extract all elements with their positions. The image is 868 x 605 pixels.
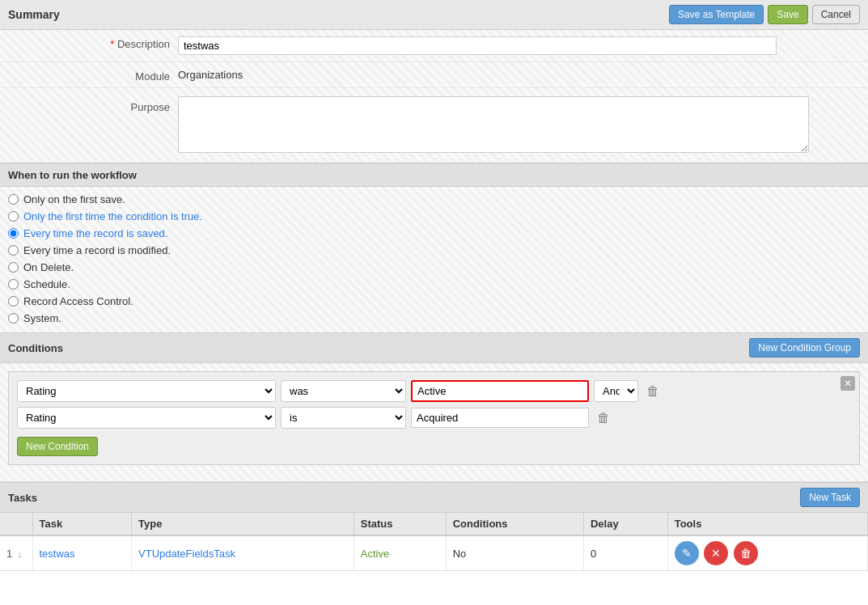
- radio-opt5[interactable]: [8, 262, 19, 273]
- condition-operator-select-2[interactable]: is was contains: [281, 407, 406, 429]
- task-number: 1: [6, 548, 12, 560]
- radio-item-6: Schedule.: [8, 278, 860, 290]
- when-section: When to run the workflow Only on the fir…: [0, 163, 868, 332]
- radio-opt1[interactable]: [8, 194, 19, 205]
- condition-group: ✕ Rating Name Status was is contains: [8, 371, 860, 465]
- tasks-header-row: Task Type Status Conditions Delay Tools: [0, 513, 868, 535]
- conditions-section: Conditions New Condition Group ✕ Rating …: [0, 332, 868, 482]
- radio-label-8: System.: [23, 312, 61, 324]
- purpose-row: Purpose: [0, 88, 868, 163]
- condition-logic-select-1[interactable]: And Or: [594, 380, 638, 402]
- task-status-cell: Active: [354, 535, 446, 571]
- radio-label-6: Schedule.: [23, 278, 70, 290]
- table-row: 1 ↓ testwas VTUpdateFieldsTask Active: [0, 535, 868, 571]
- cancel-button[interactable]: Cancel: [812, 5, 860, 24]
- col-type: Type: [132, 513, 354, 535]
- radio-item-2: Only the first time the condition is tru…: [8, 210, 860, 222]
- purpose-label: Purpose: [0, 93, 178, 113]
- conditions-body: ✕ Rating Name Status was is contains: [0, 363, 868, 482]
- delete-condition-button-1[interactable]: 🗑: [643, 383, 663, 400]
- col-status: Status: [354, 513, 446, 535]
- tasks-body: Task Type Status Conditions Delay Tools …: [0, 513, 868, 571]
- radio-label-1: Only on the first save.: [23, 193, 125, 205]
- radio-opt3[interactable]: [8, 228, 19, 239]
- condition-field-select-2[interactable]: Rating Name Status: [17, 407, 276, 429]
- module-value: Organizations: [178, 67, 868, 82]
- condition-value-input-2[interactable]: [411, 408, 589, 428]
- when-section-header: When to run the workflow: [0, 163, 868, 187]
- condition-operator-select-1[interactable]: was is contains: [281, 380, 406, 402]
- task-delay-cell: 0: [583, 535, 667, 571]
- save-template-button[interactable]: Save as Template: [669, 5, 764, 24]
- new-task-button[interactable]: New Task: [800, 488, 860, 507]
- save-button[interactable]: Save: [768, 5, 807, 24]
- radio-item-5: On Delete.: [8, 261, 860, 273]
- radio-label-7: Record Access Control.: [23, 295, 133, 307]
- module-row: Module Organizations: [0, 62, 868, 88]
- condition-field-select-1[interactable]: Rating Name Status: [17, 380, 276, 402]
- description-input[interactable]: [178, 36, 777, 55]
- radio-opt8[interactable]: [8, 313, 19, 324]
- tasks-table: Task Type Status Conditions Delay Tools …: [0, 513, 868, 571]
- sort-down-icon[interactable]: ↓: [18, 549, 23, 559]
- radio-item-4: Every time a record is modified.: [8, 244, 860, 256]
- header-actions: Save as Template Save Cancel: [669, 5, 860, 24]
- radio-label-5: On Delete.: [23, 261, 74, 273]
- new-condition-group-button[interactable]: New Condition Group: [749, 338, 860, 358]
- delete-condition-button-2[interactable]: 🗑: [594, 409, 613, 427]
- radio-label-3: Every time the record is saved.: [23, 227, 167, 239]
- condition-row-2: Rating Name Status is was contains 🗑: [17, 407, 851, 429]
- delete-task-button[interactable]: 🗑: [734, 541, 758, 565]
- description-value: [178, 35, 868, 57]
- description-row: * Description: [0, 30, 868, 62]
- description-label: * Description: [0, 35, 178, 50]
- col-delay: Delay: [583, 513, 667, 535]
- radio-opt2[interactable]: [8, 211, 19, 222]
- radio-item-3: Every time the record is saved.: [8, 227, 860, 239]
- remove-task-button[interactable]: ✕: [704, 541, 728, 565]
- summary-header: Summary Save as Template Save Cancel: [0, 0, 868, 30]
- radio-item-7: Record Access Control.: [8, 295, 860, 307]
- radio-label-4: Every time a record is modified.: [23, 244, 171, 256]
- task-type-link[interactable]: VTUpdateFieldsTask: [138, 548, 235, 560]
- radio-label-2: Only the first time the condition is tru…: [23, 210, 202, 222]
- when-radio-group: Only on the first save. Only the first t…: [0, 187, 868, 332]
- col-num: [0, 513, 32, 535]
- page-title: Summary: [8, 8, 60, 21]
- summary-form: * Description Module Organizations Purpo…: [0, 30, 868, 163]
- tasks-table-body: 1 ↓ testwas VTUpdateFieldsTask Active: [0, 535, 868, 571]
- condition-row-1: Rating Name Status was is contains And O…: [17, 380, 851, 402]
- task-name-cell: testwas: [32, 535, 132, 571]
- radio-opt7[interactable]: [8, 296, 19, 307]
- radio-opt4[interactable]: [8, 245, 19, 256]
- close-condition-group-button[interactable]: ✕: [840, 376, 855, 391]
- conditions-section-header: Conditions New Condition Group: [0, 332, 868, 363]
- new-condition-button[interactable]: New Condition: [17, 437, 98, 456]
- radio-item-8: System.: [8, 312, 860, 324]
- task-type-cell: VTUpdateFieldsTask: [132, 535, 354, 571]
- edit-task-button[interactable]: ✎: [675, 541, 699, 565]
- col-task: Task: [32, 513, 132, 535]
- radio-item-1: Only on the first save.: [8, 193, 860, 205]
- module-label: Module: [0, 67, 178, 82]
- radio-opt6[interactable]: [8, 279, 19, 290]
- purpose-input[interactable]: [178, 96, 809, 153]
- task-link[interactable]: testwas: [40, 548, 75, 560]
- task-num-cell: 1 ↓: [0, 535, 32, 571]
- task-status: Active: [361, 548, 389, 560]
- condition-value-input-1[interactable]: [411, 380, 589, 402]
- task-delay-value: 0: [591, 548, 596, 560]
- col-tools: Tools: [667, 513, 867, 535]
- col-conditions: Conditions: [446, 513, 583, 535]
- tasks-section-header: Tasks New Task: [0, 482, 868, 513]
- purpose-value: [178, 93, 868, 157]
- task-tools-cell: ✎ ✕ 🗑: [667, 535, 867, 571]
- task-conditions-value: No: [453, 548, 467, 560]
- tasks-section: Tasks New Task Task Type Status Conditio…: [0, 482, 868, 571]
- tasks-table-head: Task Type Status Conditions Delay Tools: [0, 513, 868, 535]
- task-conditions-cell: No: [446, 535, 583, 571]
